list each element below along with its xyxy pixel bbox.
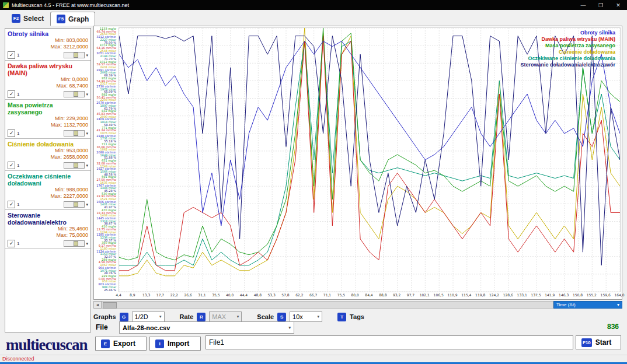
x-tick-label: 53,3 xyxy=(264,293,278,297)
x-tick-label: 110,9 xyxy=(445,293,459,297)
chevron-down-icon[interactable]: ▾ xyxy=(86,131,88,136)
channel-min-value: Min: 988,0000 xyxy=(8,187,88,193)
close-button[interactable]: ✕ xyxy=(609,0,627,10)
slider-thumb[interactable] xyxy=(74,52,78,58)
slider-thumb[interactable] xyxy=(74,241,78,246)
graphs-dropdown[interactable]: 1/2D ▾ xyxy=(132,312,165,322)
x-tick-label: 128,6 xyxy=(501,293,515,297)
x-tick-label: 57,8 xyxy=(278,293,292,297)
g-key-badge: G xyxy=(120,313,128,321)
titlebar: Multiecuscan 4.5 - FREE at www.multiecus… xyxy=(0,0,627,10)
y-tick-group: 952 mg/w54.99 mm³/w2317 mbar2730 obr/min… xyxy=(94,77,116,93)
x-tick-label: 155,2 xyxy=(584,293,598,297)
chart-legend: Obroty silnikaDawka paliwa wtrysku (MAIN… xyxy=(520,30,615,68)
chevron-down-icon[interactable]: ▾ xyxy=(86,92,88,97)
channel-offset-slider[interactable] xyxy=(64,130,85,136)
chevron-down-icon: ▾ xyxy=(318,314,320,319)
channel-min-value: Min: 25,4600 xyxy=(8,226,88,232)
y-tick-group: 892 mg/w50.41 mm³/w2203 mbar2570 obr/min… xyxy=(94,93,116,110)
chevron-down-icon[interactable]: ▾ xyxy=(86,53,88,58)
chevron-down-icon[interactable]: ▾ xyxy=(86,202,88,207)
horizontal-scrollbar: ◄ Time (Δt) ▾ xyxy=(93,301,622,309)
channel-offset-slider[interactable] xyxy=(64,52,85,58)
minimize-button[interactable]: — xyxy=(574,0,592,10)
scrollbar-thumb[interactable] xyxy=(103,302,117,309)
y-tick-group: 1133 mg/w68.74 mm³/w2658 mbar3212 obr/mi… xyxy=(94,27,116,44)
plot-area[interactable]: Obroty silnikaDawka paliwa wtrysku (MAIN… xyxy=(119,27,621,292)
scale-dropdown[interactable]: 10x ▾ xyxy=(290,312,322,322)
connection-status: Disconnected xyxy=(2,356,34,362)
channel-offset-slider[interactable] xyxy=(64,240,85,247)
f5-key-badge: F5 xyxy=(57,15,65,23)
channel-controls-row: ✓1▾ xyxy=(8,130,88,137)
channel-checkbox[interactable]: ✓ xyxy=(8,90,15,98)
graph-toolbar: Graphs G 1/2D ▾ Rate R MAX ▾ Scale S 10x… xyxy=(93,311,622,323)
slider-thumb[interactable] xyxy=(74,202,78,207)
scrollbar-track[interactable] xyxy=(102,301,553,309)
x-tick-label: 137,5 xyxy=(529,293,543,297)
channel-offset-slider[interactable] xyxy=(64,91,85,97)
tab-bar: F2 Select F5 Graph xyxy=(0,10,627,26)
legend-entry: Masa powietrza zasysanego xyxy=(520,43,615,49)
export-button[interactable]: E Export xyxy=(95,337,147,351)
channel-controls-row: ✓1▾ xyxy=(8,201,88,208)
chevron-down-icon[interactable]: ▾ xyxy=(86,242,88,246)
channel-max-value: Max: 3212,0000 xyxy=(8,44,88,50)
import-button[interactable]: I Import xyxy=(149,337,201,351)
x-tick-label: 22,2 xyxy=(167,293,181,297)
channel-title: Dawka paliwa wtrysku (MAIN) xyxy=(8,62,88,76)
channel-min-value: Min: 229,2000 xyxy=(8,116,88,122)
channel-title: Obroty silnika xyxy=(8,30,88,37)
chevron-down-icon[interactable]: ▾ xyxy=(86,163,88,168)
tab-graph-label: Graph xyxy=(68,15,89,23)
tab-select[interactable]: F2 Select xyxy=(6,12,50,25)
e-key-badge: E xyxy=(101,340,110,348)
file-label: File xyxy=(96,323,108,331)
time-axis-selector[interactable]: Time (Δt) ▾ xyxy=(553,301,622,309)
tags-label[interactable]: Tags xyxy=(350,313,364,320)
status-bar: Disconnected xyxy=(0,355,627,362)
y-tick-group: 530 mg/w22.91 mm³/w1521 mbar1606 obr/min… xyxy=(94,192,116,209)
i-key-badge: I xyxy=(155,340,164,348)
y-tick-group: 289 mg/w4.58 mm³/w1067 mbar964 obr/min10… xyxy=(94,258,116,275)
channel-min-value: Min: 803,0000 xyxy=(8,37,88,44)
tab-graph[interactable]: F5 Graph xyxy=(50,12,95,26)
x-tick-label: 8,9 xyxy=(126,293,140,297)
channel-checkbox[interactable]: ✓ xyxy=(8,130,15,137)
time-axis-label: Time (Δt) xyxy=(556,302,576,307)
channel-checkbox[interactable]: ✓ xyxy=(8,240,15,247)
channel-checkbox[interactable]: ✓ xyxy=(8,201,15,208)
r-key-badge: R xyxy=(197,313,205,321)
chevron-down-icon: ▾ xyxy=(288,326,291,330)
start-button[interactable]: F10 Start xyxy=(576,335,621,349)
rate-dropdown-value: MAX xyxy=(212,313,226,320)
channel-controls-row: ✓1▾ xyxy=(8,90,88,98)
channel-offset-slider[interactable] xyxy=(64,162,85,169)
channel-controls-row: ✓1▾ xyxy=(8,51,88,59)
channel-max-value: Max: 68,7400 xyxy=(8,83,88,89)
y-axis-labels: 1133 mg/w68.74 mm³/w2658 mbar3212 obr/mi… xyxy=(94,27,117,291)
f10-key-badge: F10 xyxy=(581,338,592,347)
slider-thumb[interactable] xyxy=(74,131,78,136)
channel-checkbox[interactable]: ✓ xyxy=(8,162,15,169)
chevron-down-icon: ▾ xyxy=(617,302,619,307)
x-tick-label: 102,1 xyxy=(417,293,431,297)
slider-thumb[interactable] xyxy=(74,163,78,168)
channel-offset-slider[interactable] xyxy=(64,201,85,208)
filename-input[interactable] xyxy=(205,335,573,349)
file-dropdown[interactable]: Alfa-28-noc.csv ▾ xyxy=(119,321,294,334)
x-tick-label: 115,4 xyxy=(459,293,473,297)
y-tick-label: 25.46 % xyxy=(94,289,116,291)
channel-list: Obroty silnikaMin: 803,0000Max: 3212,000… xyxy=(5,28,91,332)
channel-checkbox[interactable]: ✓ xyxy=(8,51,15,59)
y-tick-group: 711 mg/w36.66 mm³/w1862 mbar2088 obr/min… xyxy=(94,143,116,159)
channel-panel: Obroty silnikaMin: 803,0000Max: 3212,000… xyxy=(5,29,90,61)
x-tick-label: 44,4 xyxy=(237,293,251,297)
slider-thumb[interactable] xyxy=(74,92,78,97)
channel-panel: Dawka paliwa wtrysku (MAIN)Min: 0,0000Ma… xyxy=(5,61,90,100)
maximize-button[interactable]: ❐ xyxy=(592,0,609,10)
x-tick-label: 164,0 xyxy=(612,293,626,297)
x-tick-label: 75,5 xyxy=(334,293,348,297)
scroll-left-arrow-icon[interactable]: ◄ xyxy=(93,301,102,309)
s-key-badge: S xyxy=(277,313,286,321)
